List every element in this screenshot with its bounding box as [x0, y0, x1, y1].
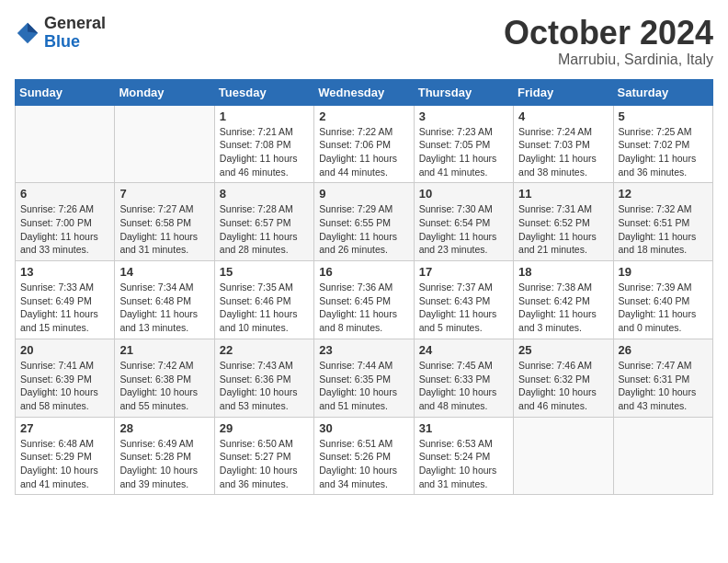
cell-content: Sunrise: 7:24 AM Sunset: 7:03 PM Dayligh…	[518, 125, 608, 179]
cell-content: Sunrise: 7:25 AM Sunset: 7:02 PM Dayligh…	[619, 125, 708, 179]
calendar-cell: 9Sunrise: 7:29 AM Sunset: 6:55 PM Daylig…	[314, 183, 414, 261]
week-row-1: 1Sunrise: 7:21 AM Sunset: 7:08 PM Daylig…	[16, 105, 713, 183]
cell-content: Sunrise: 7:30 AM Sunset: 6:54 PM Dayligh…	[419, 202, 508, 257]
calendar-cell: 29Sunrise: 6:50 AM Sunset: 5:27 PM Dayli…	[214, 417, 313, 495]
cell-content: Sunrise: 7:46 AM Sunset: 6:32 PM Dayligh…	[518, 359, 608, 413]
cell-content: Sunrise: 7:38 AM Sunset: 6:42 PM Dayligh…	[518, 281, 608, 335]
cell-content: Sunrise: 7:28 AM Sunset: 6:57 PM Dayligh…	[220, 202, 309, 257]
cell-content: Sunrise: 6:49 AM Sunset: 5:28 PM Dayligh…	[119, 437, 209, 491]
svg-marker-1	[28, 23, 38, 33]
logo: General Blue	[15, 15, 106, 52]
header-day-tuesday: Tuesday	[214, 79, 313, 105]
cell-content: Sunrise: 7:45 AM Sunset: 6:33 PM Dayligh…	[419, 359, 508, 413]
day-number: 12	[619, 187, 708, 201]
cell-content: Sunrise: 7:37 AM Sunset: 6:43 PM Dayligh…	[419, 281, 508, 335]
day-number: 28	[119, 421, 209, 435]
cell-content: Sunrise: 7:41 AM Sunset: 6:39 PM Dayligh…	[20, 359, 109, 413]
day-number: 20	[20, 343, 109, 357]
page-header: General Blue October 2024 Marrubiu, Sard…	[15, 15, 713, 68]
cell-content: Sunrise: 7:27 AM Sunset: 6:58 PM Dayligh…	[119, 202, 209, 257]
cell-content: Sunrise: 6:53 AM Sunset: 5:24 PM Dayligh…	[419, 437, 508, 491]
calendar-cell: 27Sunrise: 6:48 AM Sunset: 5:29 PM Dayli…	[16, 417, 115, 495]
day-number: 8	[220, 187, 309, 201]
day-number: 27	[20, 421, 109, 435]
location: Marrubiu, Sardinia, Italy	[504, 52, 713, 68]
day-number: 30	[319, 421, 408, 435]
day-number: 17	[419, 265, 508, 279]
calendar-cell: 23Sunrise: 7:44 AM Sunset: 6:35 PM Dayli…	[314, 339, 414, 417]
week-row-4: 20Sunrise: 7:41 AM Sunset: 6:39 PM Dayli…	[16, 339, 713, 417]
calendar-cell: 30Sunrise: 6:51 AM Sunset: 5:26 PM Dayli…	[314, 417, 414, 495]
calendar-cell: 26Sunrise: 7:47 AM Sunset: 6:31 PM Dayli…	[613, 339, 712, 417]
week-row-5: 27Sunrise: 6:48 AM Sunset: 5:29 PM Dayli…	[16, 417, 713, 495]
cell-content: Sunrise: 7:35 AM Sunset: 6:46 PM Dayligh…	[220, 281, 309, 335]
day-number: 4	[518, 109, 608, 123]
cell-content: Sunrise: 7:32 AM Sunset: 6:51 PM Dayligh…	[619, 202, 708, 257]
day-number: 7	[119, 187, 209, 201]
cell-content: Sunrise: 6:51 AM Sunset: 5:26 PM Dayligh…	[319, 437, 408, 491]
day-number: 1	[220, 109, 309, 123]
day-number: 19	[619, 265, 708, 279]
day-number: 5	[619, 109, 708, 123]
cell-content: Sunrise: 7:39 AM Sunset: 6:40 PM Dayligh…	[619, 281, 708, 335]
calendar-cell: 10Sunrise: 7:30 AM Sunset: 6:54 PM Dayli…	[414, 183, 513, 261]
cell-content: Sunrise: 7:47 AM Sunset: 6:31 PM Dayligh…	[619, 359, 708, 413]
calendar-cell: 18Sunrise: 7:38 AM Sunset: 6:42 PM Dayli…	[514, 261, 613, 339]
calendar-cell: 12Sunrise: 7:32 AM Sunset: 6:51 PM Dayli…	[613, 183, 712, 261]
day-number: 14	[119, 265, 209, 279]
day-number: 21	[119, 343, 209, 357]
day-number: 15	[220, 265, 309, 279]
calendar-cell: 19Sunrise: 7:39 AM Sunset: 6:40 PM Dayli…	[613, 261, 712, 339]
cell-content: Sunrise: 7:44 AM Sunset: 6:35 PM Dayligh…	[319, 359, 408, 413]
cell-content: Sunrise: 7:33 AM Sunset: 6:49 PM Dayligh…	[20, 281, 109, 335]
logo-blue: Blue	[44, 33, 106, 52]
cell-content: Sunrise: 6:48 AM Sunset: 5:29 PM Dayligh…	[20, 437, 109, 491]
calendar-cell	[514, 417, 613, 495]
header-day-monday: Monday	[115, 79, 214, 105]
week-row-3: 13Sunrise: 7:33 AM Sunset: 6:49 PM Dayli…	[16, 261, 713, 339]
calendar-cell: 14Sunrise: 7:34 AM Sunset: 6:48 PM Dayli…	[115, 261, 214, 339]
calendar-cell: 25Sunrise: 7:46 AM Sunset: 6:32 PM Dayli…	[514, 339, 613, 417]
calendar-cell	[613, 417, 712, 495]
calendar-cell: 13Sunrise: 7:33 AM Sunset: 6:49 PM Dayli…	[16, 261, 115, 339]
header-day-sunday: Sunday	[16, 79, 115, 105]
calendar-cell: 11Sunrise: 7:31 AM Sunset: 6:52 PM Dayli…	[514, 183, 613, 261]
cell-content: Sunrise: 7:26 AM Sunset: 7:00 PM Dayligh…	[20, 202, 109, 257]
cell-content: Sunrise: 7:23 AM Sunset: 7:05 PM Dayligh…	[419, 125, 508, 179]
day-number: 2	[319, 109, 408, 123]
day-number: 23	[319, 343, 408, 357]
cell-content: Sunrise: 7:42 AM Sunset: 6:38 PM Dayligh…	[119, 359, 209, 413]
cell-content: Sunrise: 7:34 AM Sunset: 6:48 PM Dayligh…	[119, 281, 209, 335]
calendar-cell: 15Sunrise: 7:35 AM Sunset: 6:46 PM Dayli…	[214, 261, 313, 339]
cell-content: Sunrise: 7:36 AM Sunset: 6:45 PM Dayligh…	[319, 281, 408, 335]
day-number: 11	[518, 187, 608, 201]
day-number: 16	[319, 265, 408, 279]
cell-content: Sunrise: 6:50 AM Sunset: 5:27 PM Dayligh…	[220, 437, 309, 491]
calendar-cell: 6Sunrise: 7:26 AM Sunset: 7:00 PM Daylig…	[16, 183, 115, 261]
day-number: 3	[419, 109, 508, 123]
week-row-2: 6Sunrise: 7:26 AM Sunset: 7:00 PM Daylig…	[16, 183, 713, 261]
calendar-cell	[115, 105, 214, 183]
header-day-wednesday: Wednesday	[314, 79, 414, 105]
calendar-cell: 16Sunrise: 7:36 AM Sunset: 6:45 PM Dayli…	[314, 261, 414, 339]
day-number: 26	[619, 343, 708, 357]
calendar-table: SundayMondayTuesdayWednesdayThursdayFrid…	[15, 79, 713, 496]
day-number: 22	[220, 343, 309, 357]
header-row: SundayMondayTuesdayWednesdayThursdayFrid…	[16, 79, 713, 105]
calendar-cell: 1Sunrise: 7:21 AM Sunset: 7:08 PM Daylig…	[214, 105, 313, 183]
calendar-cell: 3Sunrise: 7:23 AM Sunset: 7:05 PM Daylig…	[414, 105, 513, 183]
day-number: 25	[518, 343, 608, 357]
day-number: 9	[319, 187, 408, 201]
calendar-cell: 24Sunrise: 7:45 AM Sunset: 6:33 PM Dayli…	[414, 339, 513, 417]
calendar-cell: 2Sunrise: 7:22 AM Sunset: 7:06 PM Daylig…	[314, 105, 414, 183]
calendar-cell: 22Sunrise: 7:43 AM Sunset: 6:36 PM Dayli…	[214, 339, 313, 417]
header-day-friday: Friday	[514, 79, 613, 105]
calendar-cell: 20Sunrise: 7:41 AM Sunset: 6:39 PM Dayli…	[16, 339, 115, 417]
calendar-cell: 5Sunrise: 7:25 AM Sunset: 7:02 PM Daylig…	[613, 105, 712, 183]
calendar-cell: 21Sunrise: 7:42 AM Sunset: 6:38 PM Dayli…	[115, 339, 214, 417]
calendar-cell: 8Sunrise: 7:28 AM Sunset: 6:57 PM Daylig…	[214, 183, 313, 261]
title-block: October 2024 Marrubiu, Sardinia, Italy	[504, 15, 713, 68]
calendar-cell: 17Sunrise: 7:37 AM Sunset: 6:43 PM Dayli…	[414, 261, 513, 339]
calendar-cell: 31Sunrise: 6:53 AM Sunset: 5:24 PM Dayli…	[414, 417, 513, 495]
cell-content: Sunrise: 7:21 AM Sunset: 7:08 PM Dayligh…	[220, 125, 309, 179]
